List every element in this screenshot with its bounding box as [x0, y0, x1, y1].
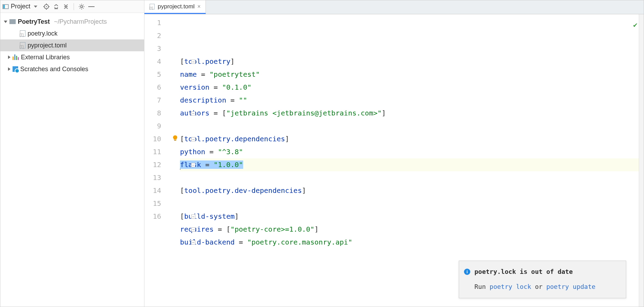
external-libraries-label: External Libraries [21, 54, 70, 61]
code-token: name [180, 70, 197, 78]
gutter-line-number[interactable]: 9 [144, 120, 161, 133]
fold-toggle-icon[interactable] [191, 227, 195, 232]
code-token: description [180, 96, 226, 104]
code-line[interactable] [180, 171, 639, 184]
code-token: build-backend [180, 238, 235, 246]
code-line[interactable]: build-backend = "poetry.core.masonry.api… [180, 236, 639, 249]
code-line[interactable]: name = "poetrytest" [180, 68, 639, 81]
svg-point-6 [81, 6, 83, 8]
project-panel: Project — PoetryTest ~/Pychar [0, 0, 144, 307]
code-token: ] [285, 135, 289, 143]
project-toolbar: Project — [0, 0, 144, 13]
gutter-line-number[interactable]: 8 [144, 107, 161, 120]
editor-tab-bar: [T] pyproject.toml × [144, 0, 644, 14]
code-token: "poetry.core.masonry.api" [247, 238, 352, 246]
code-line[interactable]: [build-system] [180, 210, 639, 223]
code-token: python [180, 148, 205, 156]
code-line[interactable]: [tool.poetry.dependencies] [180, 133, 639, 145]
chevron-down-icon[interactable] [34, 6, 37, 8]
code-line[interactable]: authors = ["jetbrains <jetbrains@jetbrai… [180, 107, 639, 120]
project-toolbar-title[interactable]: Project [11, 3, 30, 10]
code-line[interactable] [180, 249, 639, 262]
editor-scrollbar[interactable] [639, 14, 644, 307]
code-token: "1.0.0" [214, 160, 243, 169]
gutter-line-number[interactable]: 10 [144, 133, 161, 145]
gutter-line-number[interactable]: 12 [144, 158, 161, 171]
chevron-down-icon[interactable] [4, 21, 7, 23]
gutter-line-number[interactable]: 13 [144, 171, 161, 184]
gutter-line-number[interactable]: 1 [144, 16, 161, 29]
fold-toggle-icon[interactable] [191, 60, 195, 64]
collapse-all-icon[interactable] [62, 2, 70, 11]
editor-tab-pyproject[interactable]: [T] pyproject.toml × [144, 0, 206, 14]
hide-panel-icon[interactable]: — [87, 2, 96, 11]
file-label: pyproject.toml [28, 42, 67, 49]
project-root-label: PoetryTest [18, 18, 50, 25]
code-token: ] [235, 212, 239, 220]
gutter-line-number[interactable]: 2 [144, 29, 161, 42]
notification-link-update[interactable]: poetry update [546, 283, 596, 290]
svg-point-1 [46, 6, 47, 7]
code-line[interactable]: [tool.poetry.dev-dependencies] [180, 184, 639, 197]
gear-icon[interactable] [77, 2, 86, 11]
gutter-line-number[interactable]: 5 [144, 68, 161, 81]
notification-link-lock[interactable]: poetry lock [489, 283, 531, 290]
file-node-pyproject-toml[interactable]: [T] pyproject.toml [0, 39, 144, 51]
scratch-icon [13, 66, 18, 72]
code-token: tool.poetry.dependencies [184, 135, 285, 143]
code-token: = [197, 70, 209, 78]
code-line[interactable]: description = "" [180, 94, 639, 107]
code-token: [ [180, 135, 184, 143]
gutter-line-number[interactable]: 6 [144, 81, 161, 94]
code-token: "" [239, 96, 247, 104]
code-line[interactable]: flask = "1.0.0" [180, 158, 639, 171]
code-token: [ [180, 57, 184, 66]
fold-toggle-icon[interactable] [191, 215, 195, 219]
info-icon: i [464, 269, 470, 275]
chevron-right-icon[interactable] [8, 67, 10, 71]
code-line[interactable]: python = "^3.8" [180, 145, 639, 158]
svg-rect-7 [174, 140, 176, 141]
toolbar-separator [74, 3, 74, 10]
close-icon[interactable]: × [197, 3, 201, 10]
code-line[interactable] [180, 120, 639, 133]
gutter-line-number[interactable]: 7 [144, 94, 161, 107]
code-token: ] [382, 109, 386, 117]
project-tree[interactable]: PoetryTest ~/PycharmProjects [T] poetry.… [0, 13, 144, 78]
code-editor[interactable]: 12345678910111213141516 [tool.poetry]nam… [144, 14, 644, 307]
expand-all-icon[interactable] [52, 2, 60, 11]
code-token: = [ [209, 109, 226, 117]
notification-popup: i poetry.lock is out of date Run poetry … [459, 261, 626, 298]
fold-toggle-icon[interactable] [191, 163, 195, 167]
fold-toggle-icon[interactable] [191, 111, 195, 115]
code-line[interactable]: requires = ["poetry-core>=1.0.0"] [180, 223, 639, 236]
notification-title: poetry.lock is out of date [474, 265, 573, 278]
file-label: poetry.lock [28, 30, 58, 37]
gutter-line-number[interactable]: 16 [144, 210, 161, 223]
gutter-line-number[interactable]: 11 [144, 145, 161, 158]
project-root-node[interactable]: PoetryTest ~/PycharmProjects [0, 16, 144, 28]
code-line[interactable]: [tool.poetry] [180, 55, 639, 68]
scratches-node[interactable]: Scratches and Consoles [0, 63, 144, 75]
fold-toggle-icon[interactable] [191, 137, 195, 141]
toml-file-icon: [T] [20, 30, 25, 37]
editor-gutter[interactable]: 12345678910111213141516 [144, 14, 166, 307]
file-node-poetry-lock[interactable]: [T] poetry.lock [0, 28, 144, 39]
external-libraries-node[interactable]: External Libraries [0, 51, 144, 63]
fold-toggle-icon[interactable] [191, 240, 195, 245]
code-token: = [226, 96, 239, 104]
toml-file-icon: [T] [20, 42, 25, 48]
gutter-line-number[interactable]: 14 [144, 184, 161, 197]
code-line[interactable]: version = "0.1.0" [180, 81, 639, 94]
chevron-right-icon[interactable] [8, 55, 10, 59]
locate-icon[interactable] [42, 2, 51, 11]
gutter-line-number[interactable]: 4 [144, 55, 161, 68]
inspection-ok-icon[interactable]: ✔ [633, 18, 637, 31]
code-line[interactable] [180, 197, 639, 210]
gutter-line-number[interactable]: 15 [144, 197, 161, 210]
code-token: tool.poetry.dev-dependencies [184, 186, 302, 195]
editor-area: [T] pyproject.toml × 1234567891011121314… [144, 0, 644, 307]
library-icon [13, 54, 19, 60]
gutter-line-number[interactable]: 3 [144, 42, 161, 55]
intention-bulb-icon[interactable] [172, 109, 178, 115]
